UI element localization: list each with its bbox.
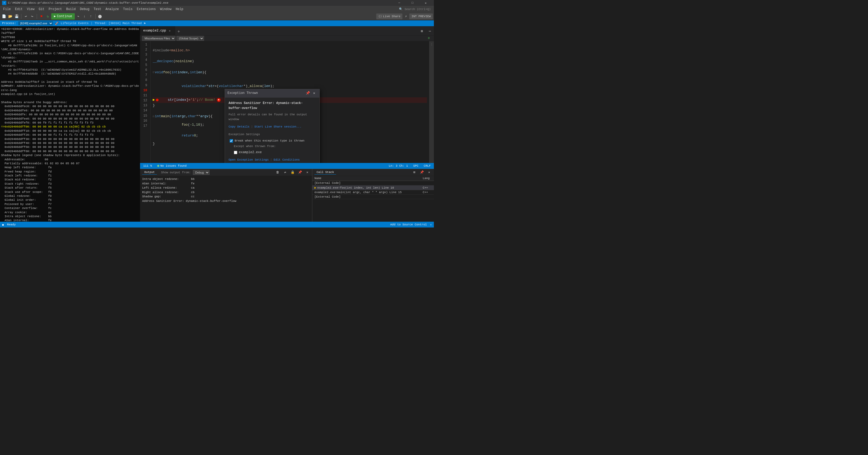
terminal-line: Stack mid redzone: f2 xyxy=(1,178,139,182)
crlf-value: CRLF xyxy=(424,164,431,167)
restart-btn[interactable]: ↻ xyxy=(45,13,51,19)
redo-btn[interactable]: ↪ xyxy=(29,13,35,19)
lifecycle-btn[interactable]: 🚀 xyxy=(55,22,59,25)
file-selector[interactable]: Miscellaneous Files xyxy=(142,36,176,41)
callstack-scroll[interactable]: Name Lang [External Code]▶example2.exe!f… xyxy=(312,176,434,222)
terminal-panel[interactable]: =6248==ERROR: AddressSanitizer: dynamic-… xyxy=(0,26,140,222)
live-share-link[interactable]: Start Live Share session... xyxy=(254,124,302,130)
ln-col-status[interactable]: Ln: 3 Ch: 1 xyxy=(388,164,409,167)
callstack-row[interactable]: [External Code] xyxy=(312,181,434,186)
toolbar-sep-1 xyxy=(21,14,22,19)
source-control-label[interactable]: Add to Source Control xyxy=(390,223,427,226)
callstack-table: Name Lang [External Code]▶example2.exe!f… xyxy=(312,176,434,199)
maximize-button[interactable]: □ xyxy=(406,0,418,6)
menu-window[interactable]: Window xyxy=(158,6,174,12)
output-line: ASan internal: fe xyxy=(142,181,310,186)
callstack-row[interactable]: example2.exe!main(int argc, char * * arg… xyxy=(312,190,434,195)
int-preview-button[interactable]: INT PREVIEW xyxy=(409,13,433,19)
close-callstack-btn[interactable]: ✕ xyxy=(427,170,432,175)
copy-details-link[interactable]: Copy Details xyxy=(228,124,249,130)
terminal-line: =6248==ERROR: AddressSanitizer: dynamic-… xyxy=(1,27,139,35)
menu-test[interactable]: Test xyxy=(92,6,103,12)
step-over-btn[interactable]: ↷ xyxy=(75,13,81,19)
terminal-line: Stack left redzone: f1 xyxy=(1,174,139,178)
new-tab-button[interactable]: + xyxy=(175,28,182,35)
example-exe-checkbox[interactable] xyxy=(234,151,237,154)
terminal-line: Shadow byte legend (one shadow byte repr… xyxy=(1,153,139,158)
menu-help[interactable]: Help xyxy=(174,6,185,12)
output-tab[interactable]: Output xyxy=(142,170,157,175)
undo-btn[interactable]: ↩ xyxy=(23,13,29,19)
live-share-label: Live Share xyxy=(383,15,400,18)
callstack-tab[interactable]: Call Stack xyxy=(314,170,336,175)
callstack-row[interactable]: [External Code] xyxy=(312,195,434,199)
pin-callstack-btn[interactable]: 📌 xyxy=(419,170,424,175)
zoom-status[interactable]: 111 % xyxy=(142,164,153,167)
menu-edit[interactable]: Edit xyxy=(13,6,25,12)
add-btn[interactable]: + xyxy=(426,35,432,41)
step-into-btn[interactable]: ↓ xyxy=(82,13,88,19)
terminal-line: #4 0x7ff9644dd0d0 (C:\WINDOWS\SYSTEM32\n… xyxy=(1,72,139,76)
search-box[interactable]: 🔍 Search (Ctrl+Q) xyxy=(397,6,433,12)
menu-file[interactable]: File xyxy=(1,6,13,12)
toolbar-extra-btn[interactable]: ⚡ xyxy=(403,13,409,19)
close-output-btn[interactable]: ✕ xyxy=(305,170,310,175)
wrap-output-btn[interactable]: ⇌ xyxy=(282,170,288,175)
lifecycle-label[interactable]: Lifecycle Events xyxy=(61,22,89,25)
output-panel-body[interactable]: Intra object redzone: bbASan internal: f… xyxy=(140,176,312,222)
minimize-button[interactable]: ─ xyxy=(393,0,405,6)
fold-btn-13[interactable]: ⊟ xyxy=(153,115,154,119)
more-tabs-btn[interactable]: ⋯ xyxy=(427,28,433,34)
breakpoints-btn[interactable]: ⬤ xyxy=(97,13,103,19)
new-file-btn[interactable]: 📄 xyxy=(1,13,7,19)
open-btn[interactable]: 📂 xyxy=(7,13,13,19)
break-on-thrown-label[interactable]: Break when this exception type is thrown xyxy=(235,139,304,143)
stop-btn[interactable]: ■ xyxy=(38,13,44,19)
process-selector[interactable]: [6248] example2.exe xyxy=(18,21,53,25)
pin-output-btn[interactable]: 📌 xyxy=(297,170,303,175)
spc-value: SPC xyxy=(413,164,418,167)
break-on-thrown-checkbox[interactable] xyxy=(229,139,233,143)
exception-title: Exception Thrown xyxy=(227,91,258,96)
fold-btn-6[interactable]: ⊟ xyxy=(153,70,154,75)
code-line-7 xyxy=(153,76,427,81)
terminal-line: 0x020406ddfe0: 00 00 00 00 00 00 00 00 0… xyxy=(1,109,139,113)
menu-analyze[interactable]: Analyze xyxy=(103,6,121,12)
expand-callstack-btn[interactable]: ⊞ xyxy=(412,170,417,175)
ready-label: Ready xyxy=(7,223,16,226)
clear-output-btn[interactable]: 🗑 xyxy=(275,170,280,175)
scope-selector[interactable]: (Global Scope) xyxy=(177,36,204,41)
menu-build[interactable]: Build xyxy=(64,6,78,12)
menu-project[interactable]: Project xyxy=(46,6,64,12)
continue-button[interactable]: ▶ Continue xyxy=(51,13,75,20)
close-button[interactable]: ✕ xyxy=(420,0,432,6)
menu-git[interactable]: Git xyxy=(36,6,46,12)
issues-status[interactable]: No issues found xyxy=(156,164,188,167)
menu-tools[interactable]: Tools xyxy=(121,6,135,12)
open-exception-settings-link[interactable]: Open Exception Settings xyxy=(228,158,269,163)
minimap-toggle[interactable]: ⋮ xyxy=(429,42,434,47)
example-exe-label[interactable]: example2.exe xyxy=(239,150,261,155)
menu-extensions[interactable]: Extensions xyxy=(135,6,158,12)
menu-debug[interactable]: Debug xyxy=(78,6,91,12)
step-out-btn[interactable]: ↑ xyxy=(88,13,94,19)
spc-status[interactable]: SPC xyxy=(412,164,420,167)
exception-close-button[interactable]: ✕ xyxy=(312,91,317,96)
tab-close-button[interactable]: ✕ xyxy=(167,29,172,33)
crlf-status[interactable]: CRLF xyxy=(423,164,432,167)
terminal-line: Partially addressable: 01 02 03 04 05 06… xyxy=(1,162,139,166)
callstack-row[interactable]: ▶example2.exe!foo(int index, int len) Li… xyxy=(312,186,434,190)
breakpoint-10[interactable] xyxy=(156,99,159,101)
split-editor-btn[interactable]: ⊞ xyxy=(419,28,425,34)
lock-output-btn[interactable]: 🔒 xyxy=(290,170,295,175)
thread-label: Thread: [38316] Main Thread xyxy=(95,22,142,25)
output-source-selector[interactable]: Debug xyxy=(193,170,210,175)
code-content[interactable]: #include <malloc.h> __declspec(noinline)… xyxy=(151,41,429,163)
live-share-button[interactable]: ⟨⟩ Live Share xyxy=(376,13,402,19)
menu-view[interactable]: View xyxy=(25,6,37,12)
exception-pin-button[interactable]: 📌 xyxy=(305,91,310,96)
tab-example2-cpp[interactable]: example2.cpp ✕ xyxy=(140,26,175,35)
debug-arrow-icon: ▶ xyxy=(153,97,155,103)
edit-conditions-link[interactable]: Edit Conditions xyxy=(274,158,300,163)
save-btn[interactable]: 💾 xyxy=(14,13,20,19)
